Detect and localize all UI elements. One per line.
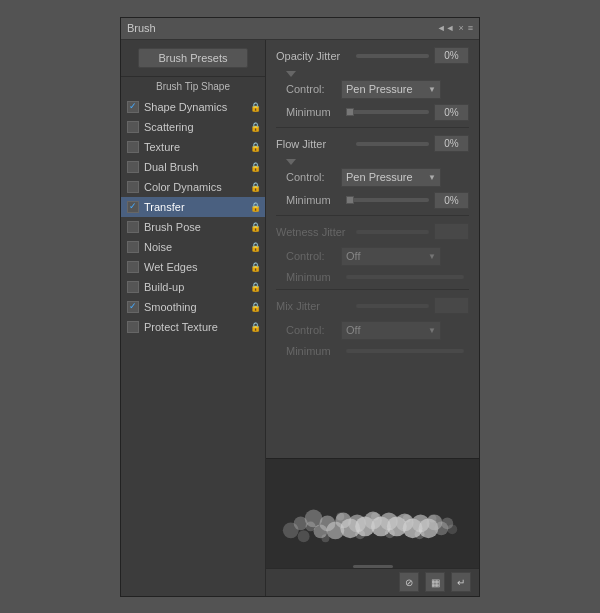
opacity-jitter-value[interactable]: 0% — [434, 47, 469, 64]
wetness-jitter-slider-container — [356, 223, 469, 240]
opacity-control-value: Pen Pressure — [346, 83, 413, 95]
opacity-control-arrow: ▼ — [428, 85, 436, 94]
opacity-control-label: Control: — [286, 83, 341, 95]
dual-brush-checkbox[interactable] — [127, 161, 139, 173]
flow-control-row: Control: Pen Pressure ▼ — [276, 168, 469, 187]
opacity-jitter-slider[interactable] — [356, 54, 429, 58]
scattering-label: Scattering — [144, 121, 248, 133]
mix-control-row: Control: Off ▼ — [276, 321, 469, 340]
opacity-jitter-row: Opacity Jitter 0% — [276, 46, 469, 66]
opacity-control-select[interactable]: Pen Pressure ▼ — [341, 80, 441, 99]
sidebar-item-smoothing[interactable]: Smoothing 🔒 — [121, 297, 265, 317]
flow-minimum-slider[interactable] — [346, 198, 429, 202]
color-dynamics-checkbox[interactable] — [127, 181, 139, 193]
build-up-lock-icon: 🔒 — [250, 282, 261, 292]
collapse-icon[interactable]: ◄◄ — [437, 23, 455, 33]
flow-control-arrow: ▼ — [428, 173, 436, 182]
sidebar-item-wet-edges[interactable]: Wet Edges 🔒 — [121, 257, 265, 277]
smoothing-lock-icon: 🔒 — [250, 302, 261, 312]
flow-control-select[interactable]: Pen Pressure ▼ — [341, 168, 441, 187]
svg-point-28 — [385, 528, 395, 538]
shape-dynamics-checkbox[interactable] — [127, 101, 139, 113]
flow-jitter-slider-container: 0% — [356, 135, 469, 152]
wetness-control-value: Off — [346, 250, 360, 262]
sidebar-item-transfer[interactable]: Transfer 🔒 — [121, 197, 265, 217]
texture-checkbox[interactable] — [127, 141, 139, 153]
flow-jitter-slider[interactable] — [356, 142, 429, 146]
brush-panel: Brush ◄◄ × ≡ Brush Presets Brush Tip Sha… — [120, 17, 480, 597]
brush-pose-label: Brush Pose — [144, 221, 248, 233]
menu-icon[interactable]: ≡ — [468, 23, 473, 33]
delete-brush-icon[interactable]: ↵ — [451, 572, 471, 592]
flow-control-value: Pen Pressure — [346, 171, 413, 183]
sidebar-item-color-dynamics[interactable]: Color Dynamics 🔒 — [121, 177, 265, 197]
dual-brush-lock-icon: 🔒 — [250, 162, 261, 172]
opacity-expand-arrow[interactable] — [286, 71, 296, 77]
opacity-minimum-slider[interactable] — [346, 110, 429, 114]
flow-expand-arrow[interactable] — [286, 159, 296, 165]
opacity-jitter-label: Opacity Jitter — [276, 50, 356, 62]
titlebar-icons: ◄◄ × ≡ — [437, 23, 473, 33]
transfer-checkbox[interactable] — [127, 201, 139, 213]
new-brush-icon-symbol: ▦ — [431, 577, 440, 588]
flow-jitter-value[interactable]: 0% — [434, 135, 469, 152]
texture-label: Texture — [144, 141, 248, 153]
svg-point-24 — [321, 534, 329, 542]
sidebar-item-scattering[interactable]: Scattering 🔒 — [121, 117, 265, 137]
brush-preview-svg — [266, 459, 479, 568]
close-icon[interactable]: × — [458, 23, 463, 33]
section-divider-1 — [276, 127, 469, 128]
wetness-jitter-slider[interactable] — [356, 230, 429, 234]
wetness-control-select: Off ▼ — [341, 247, 441, 266]
texture-lock-icon: 🔒 — [250, 142, 261, 152]
wetness-minimum-slider — [346, 275, 464, 279]
sidebar: Brush Presets Brush Tip Shape Shape Dyna… — [121, 40, 266, 596]
transfer-lock-icon: 🔒 — [250, 202, 261, 212]
wet-edges-checkbox[interactable] — [127, 261, 139, 273]
flow-minimum-value[interactable]: 0% — [434, 192, 469, 209]
bottom-bar: ⊘ ▦ ↵ — [266, 568, 479, 596]
opacity-minimum-thumb[interactable] — [346, 108, 354, 116]
no-entry-icon[interactable]: ⊘ — [399, 572, 419, 592]
sidebar-item-protect-texture[interactable]: Protect Texture 🔒 — [121, 317, 265, 337]
build-up-checkbox[interactable] — [127, 281, 139, 293]
svg-point-27 — [371, 512, 379, 520]
svg-point-22 — [447, 524, 457, 534]
brush-preview-area — [266, 458, 479, 568]
mix-minimum-slider — [346, 349, 464, 353]
flow-minimum-thumb[interactable] — [346, 196, 354, 204]
smoothing-checkbox[interactable] — [127, 301, 139, 313]
mix-jitter-row: Mix Jitter — [276, 296, 469, 316]
panel-titlebar: Brush ◄◄ × ≡ — [121, 18, 479, 40]
brush-pose-checkbox[interactable] — [127, 221, 139, 233]
sidebar-item-build-up[interactable]: Build-up 🔒 — [121, 277, 265, 297]
new-brush-icon[interactable]: ▦ — [425, 572, 445, 592]
svg-point-25 — [336, 512, 344, 520]
protect-texture-lock-icon: 🔒 — [250, 322, 261, 332]
svg-point-31 — [428, 514, 436, 522]
sidebar-item-dual-brush[interactable]: Dual Brush 🔒 — [121, 157, 265, 177]
sidebar-item-noise[interactable]: Noise 🔒 — [121, 237, 265, 257]
right-content: Opacity Jitter 0% Control: Pen Pressure … — [266, 40, 479, 458]
wetness-jitter-value — [434, 223, 469, 240]
brush-presets-button[interactable]: Brush Presets — [138, 48, 248, 68]
mix-minimum-row: Minimum — [276, 345, 469, 357]
panel-body: Brush Presets Brush Tip Shape Shape Dyna… — [121, 40, 479, 596]
wetness-control-arrow: ▼ — [428, 252, 436, 261]
opacity-minimum-label: Minimum — [286, 106, 341, 118]
protect-texture-label: Protect Texture — [144, 321, 248, 333]
flow-minimum-row: Minimum 0% — [276, 192, 469, 209]
sidebar-item-brush-pose[interactable]: Brush Pose 🔒 — [121, 217, 265, 237]
wetness-minimum-label: Minimum — [286, 271, 341, 283]
scattering-checkbox[interactable] — [127, 121, 139, 133]
build-up-label: Build-up — [144, 281, 248, 293]
protect-texture-checkbox[interactable] — [127, 321, 139, 333]
flow-control-label: Control: — [286, 171, 341, 183]
svg-point-2 — [298, 530, 310, 542]
mix-minimum-label: Minimum — [286, 345, 341, 357]
mix-jitter-slider[interactable] — [356, 304, 429, 308]
sidebar-item-shape-dynamics[interactable]: Shape Dynamics 🔒 — [121, 97, 265, 117]
opacity-minimum-value[interactable]: 0% — [434, 104, 469, 121]
sidebar-item-texture[interactable]: Texture 🔒 — [121, 137, 265, 157]
noise-checkbox[interactable] — [127, 241, 139, 253]
